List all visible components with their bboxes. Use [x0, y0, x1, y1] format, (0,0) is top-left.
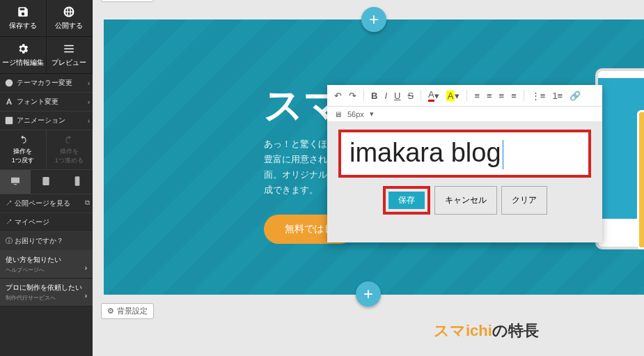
help-label: ⓘ お困りですか？	[0, 232, 93, 251]
chevron-down-icon: ▾	[370, 109, 374, 118]
theme-color-button[interactable]: テーマカラー変更 ›	[0, 74, 93, 93]
save-highlight-box: 保存	[383, 186, 430, 215]
preview-button[interactable]: プレビュー	[47, 37, 93, 74]
theme-color-label: テーマカラー変更	[17, 78, 72, 88]
italic-button[interactable]: I	[384, 91, 387, 101]
section2-title[interactable]: スマichiの特長	[434, 320, 539, 341]
plus-icon: +	[369, 10, 379, 29]
page-info-label: ージ情報編集	[2, 59, 44, 66]
external-icon: ⧉	[85, 199, 90, 207]
cancel-button[interactable]: キャンセル	[434, 186, 497, 215]
align-left-button[interactable]: ≡	[474, 91, 480, 101]
font-label: フォント変更	[17, 97, 58, 107]
undo-icon	[18, 134, 28, 144]
mobile-icon	[72, 176, 83, 187]
plus-icon: +	[363, 284, 373, 304]
chevron-right-icon: ›	[88, 117, 90, 125]
save-button[interactable]: 保存	[388, 192, 425, 209]
publish-button[interactable]: 公開する	[47, 0, 93, 37]
film-icon	[4, 116, 14, 125]
mypage-label: マイページ	[15, 218, 49, 226]
globe-icon	[63, 6, 75, 18]
add-section-button-bottom[interactable]: +	[356, 281, 381, 307]
font-icon	[4, 97, 14, 107]
svg-point-0	[6, 79, 13, 87]
align-right-button[interactable]: ≡	[499, 91, 505, 101]
svg-rect-1	[6, 117, 13, 125]
font-color-button[interactable]: A ▾	[428, 89, 439, 102]
undo-button[interactable]: 操作を1つ戻す	[0, 130, 47, 169]
chevron-right-icon: ›	[85, 292, 87, 300]
device-icon[interactable]: 🖥	[334, 110, 342, 118]
page-info-button[interactable]: ージ情報編集	[0, 37, 47, 74]
bold-button[interactable]: B	[371, 91, 377, 101]
font-button[interactable]: フォント変更 ›	[0, 93, 93, 111]
text-input[interactable]: imakara blog	[338, 130, 591, 178]
mypage-link[interactable]: ↗ マイページ	[0, 213, 93, 232]
chevron-right-icon: ›	[88, 79, 90, 87]
howto-link[interactable]: 使い方を知りたい ヘルプページへ ›	[0, 251, 93, 279]
redo-button: 操作を1つ進める	[47, 130, 93, 169]
add-section-button-top[interactable]: +	[361, 7, 386, 32]
device-mobile[interactable]	[62, 170, 93, 194]
save-button[interactable]: 保存する	[0, 0, 47, 37]
gear-icon: ⚙	[107, 307, 114, 316]
svg-rect-3	[74, 176, 79, 185]
desktop-icon	[10, 176, 21, 187]
device-desktop[interactable]	[0, 170, 31, 194]
redo-button[interactable]: ↷	[349, 91, 356, 101]
strike-button[interactable]: S	[407, 91, 414, 101]
sidebar: 保存する 公開する ージ情報編集 プレビュー テーマカラー変更 › フォント変更…	[0, 0, 93, 356]
save-label: 保存する	[9, 22, 37, 29]
unordered-list-button[interactable]: ⋮≡	[531, 91, 546, 101]
preview-label: プレビュー	[52, 59, 86, 66]
animation-button[interactable]: アニメーション ›	[0, 111, 93, 130]
ordered-list-button[interactable]: 1≡	[552, 91, 563, 101]
font-size-select[interactable]: 56px	[347, 110, 364, 118]
editor-toolbar: ↶ ↷ B I U S A ▾ A ▾ ≡ ≡ ≡ ≡ ⋮≡ 1≡ 🔗	[327, 85, 602, 107]
text-cursor	[503, 140, 503, 169]
underline-button[interactable]: U	[394, 91, 400, 101]
save-icon	[17, 6, 29, 18]
device-tablet[interactable]	[31, 170, 61, 194]
align-center-button[interactable]: ≡	[487, 91, 492, 101]
text-editor-popup: ↶ ↷ B I U S A ▾ A ▾ ≡ ≡ ≡ ≡ ⋮≡ 1≡ 🔗 🖥 56…	[327, 85, 602, 242]
view-public-label: 公開ページを見る	[15, 199, 70, 207]
pro-link[interactable]: プロに制作を依頼したい 制作代行サービスへ ›	[0, 279, 93, 307]
chevron-right-icon: ›	[88, 98, 90, 106]
view-public-link[interactable]: ↗ 公開ページを見る ⧉	[0, 194, 93, 213]
svg-rect-2	[43, 177, 49, 185]
publish-label: 公開する	[55, 22, 83, 29]
chevron-right-icon: ›	[85, 264, 87, 272]
align-justify-button[interactable]: ≡	[511, 91, 517, 101]
palette-icon	[4, 78, 14, 88]
tablet-icon	[40, 176, 52, 187]
link-button[interactable]: 🔗	[570, 91, 581, 101]
animation-label: アニメーション	[17, 116, 65, 125]
phone-mockup-2	[637, 110, 644, 249]
undo-button[interactable]: ↶	[334, 91, 342, 101]
list-icon	[63, 42, 75, 55]
bg-settings-button[interactable]: ⚙ 背景設定	[101, 0, 154, 2]
bg-settings-button-2[interactable]: ⚙ 背景設定	[101, 303, 154, 319]
gear-icon	[17, 42, 29, 55]
clear-button[interactable]: クリア	[501, 186, 547, 215]
redo-icon	[64, 134, 74, 144]
bg-color-button[interactable]: A ▾	[446, 91, 460, 101]
